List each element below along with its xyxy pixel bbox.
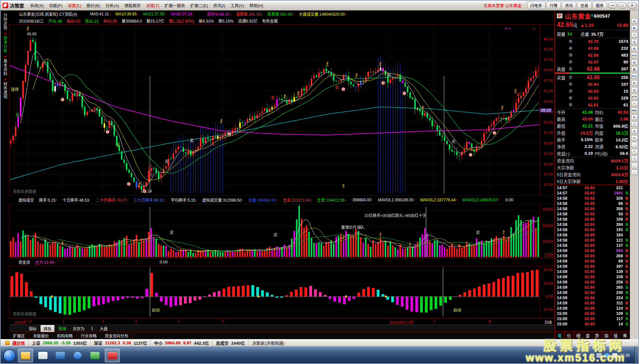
network-icon[interactable] [604, 353, 610, 358]
layout-tab[interactable]: 指标 [26, 325, 39, 332]
search-icon[interactable]: Q [631, 87, 638, 93]
taskbar-item-messenger[interactable] [87, 349, 102, 362]
start-button[interactable] [3, 349, 16, 362]
bottom-link[interactable]: 机构攻略 [53, 332, 77, 339]
ask-row[interactable]: 卖盘①42.66207 [555, 65, 630, 72]
sidebar-tab-4[interactable]: 财务透视 [3, 82, 7, 99]
bid-row[interactable]: ②42.64107 [555, 81, 630, 88]
blocks-icon[interactable]: ▒ [631, 121, 638, 127]
menu-item[interactable]: 深度(E) [65, 2, 84, 9]
bottom-link[interactable]: 扩展区 [9, 332, 29, 339]
menu-item[interactable]: 扩展二(E) [188, 2, 210, 9]
close-button[interactable]: ✕ [628, 2, 636, 9]
bottom-link[interactable]: 行业攻略 [77, 332, 101, 339]
kline-icon[interactable]: || [631, 39, 638, 45]
money-icon[interactable]: $ [631, 128, 638, 134]
ask-row[interactable]: ③42.68483 [555, 52, 630, 59]
layout-tab[interactable]: 另存为 [70, 325, 87, 332]
layout-tab[interactable]: 大盘 [97, 325, 110, 332]
taskbar-item-system-window[interactable] [53, 349, 68, 362]
menu-item[interactable]: 功能(F) [46, 2, 65, 9]
matrix-icon[interactable]: ▦ [631, 25, 638, 31]
indicator-value: 换手:5.15↑ [39, 197, 58, 203]
statusbar-app[interactable]: 通达信 [2, 339, 28, 346]
show-desktop-button[interactable] [634, 346, 638, 364]
quick-button[interactable]: 资讯 [562, 2, 576, 9]
bid-row[interactable]: 买盘①42.65255 [555, 74, 630, 81]
stats-box: 今开41.48均价42.53最高43.00量比1.06最低41.21市值606.… [555, 108, 630, 157]
level-number: ④ [569, 46, 576, 51]
bid-row[interactable]: ③42.6315 [555, 88, 630, 95]
report-icon[interactable]: ▤ [631, 18, 638, 24]
menu-item[interactable]: 工具(V) [228, 2, 247, 9]
quick-button[interactable]: 交易 [577, 2, 592, 9]
layout-tab[interactable]: 1 [88, 326, 96, 331]
quick-button[interactable]: 行情 [546, 2, 561, 9]
menu-item[interactable]: 决策(T) [143, 2, 162, 9]
f12-icon[interactable]: F12 [631, 73, 638, 79]
stat-value: 43.00 [574, 117, 593, 121]
sidebar-tab-3[interactable]: 基本资料 [3, 59, 7, 76]
layout-tab[interactable]: 模板 [41, 325, 54, 332]
memo-icon[interactable]: ✉ [631, 135, 638, 141]
refresh-icon[interactable]: ⟳ [631, 115, 638, 120]
quote-tab-势[interactable]: 势 [593, 332, 602, 339]
volume-chart[interactable]: 量增价升买入10日换手>30出红箭头,>80出红十字买买买买 [9, 204, 539, 258]
quote-tab-值[interactable]: 值 [611, 332, 621, 339]
formula-icon[interactable]: fx [631, 80, 638, 86]
taskbar-item-internet-explorer[interactable] [70, 349, 85, 362]
f10-icon[interactable]: F10 [631, 53, 638, 58]
tick-row: 14:5842.64191S [555, 227, 630, 232]
jump-icon[interactable]: → [631, 142, 638, 148]
quote-tab-指[interactable]: 指 [602, 332, 612, 339]
fundflow-tick: -10.00 [542, 308, 553, 312]
menu-item[interactable]: 帮助(H) [247, 2, 266, 9]
bid-row[interactable]: ⑤42.6161 [555, 101, 630, 108]
bid-row[interactable]: ④42.62229 [555, 95, 630, 101]
sidebar-tab-1[interactable]: 分时走势 [3, 13, 7, 30]
arrow-up-icon[interactable]: ↑ [631, 163, 638, 168]
ask-row[interactable]: ⑤42.701574 [555, 38, 630, 45]
arrow-down-icon[interactable]: ↓ [631, 170, 638, 175]
menu-item[interactable]: 分析(A) [103, 2, 122, 9]
etf-icon[interactable]: ETF [631, 94, 638, 100]
quick-button[interactable]: 服务 [593, 2, 607, 9]
menu-item[interactable]: 资讯(I) [210, 2, 228, 9]
minimize-button[interactable]: — [608, 2, 617, 9]
taskbar-item-tongdaxin-app[interactable] [105, 349, 120, 362]
bottom-link[interactable]: 资金流向分布 [101, 332, 133, 339]
volume-icon[interactable] [612, 353, 617, 358]
taskbar-item-explorer-folder[interactable] [18, 349, 33, 362]
taskbar-item-notepad[interactable] [35, 349, 50, 362]
menu-item[interactable]: 报价(B) [84, 2, 103, 9]
sidebar-tab-2[interactable]: 技术分析 [3, 36, 7, 53]
quote-list-icon[interactable]: ▥ [631, 46, 638, 51]
quote-tab-细[interactable]: 细 [574, 332, 583, 339]
trend-line-icon[interactable]: ↗ [631, 32, 638, 38]
self-stock-icon[interactable]: 自 [631, 66, 638, 72]
taskbar-clock[interactable]: 15:35 [620, 354, 630, 358]
menu-item[interactable]: 港股期货 [122, 2, 143, 9]
quick-button[interactable]: 闪电手 [527, 2, 545, 9]
tick-list[interactable]: 14:5742.6422114:5742.631941S14:5842.6532… [555, 185, 630, 331]
indicator-value: 虚拟成交 [18, 197, 34, 203]
quote-tab-盘[interactable]: 盘 [583, 332, 593, 339]
menu-item[interactable]: 扩展一服务 [162, 2, 188, 9]
quote-tab-笔[interactable]: 笔 [555, 332, 565, 339]
restore-button[interactable]: □ [618, 2, 627, 9]
quote-tab-价[interactable]: 价 [565, 332, 574, 339]
move-icon[interactable]: ✛ [631, 156, 638, 161]
layout-tab[interactable]: 管理 [56, 325, 69, 332]
rsi-icon[interactable]: RSI [631, 108, 638, 113]
quote-tab-筹[interactable]: 筹 [621, 332, 630, 339]
wave-icon[interactable]: ≈ [631, 101, 638, 106]
menu-item[interactable]: 系统(S) [27, 2, 46, 9]
ask-row[interactable]: ④42.69232 [555, 45, 630, 52]
fundflow-chart[interactable]: 用到未来数据 启动启动 [9, 266, 539, 318]
news-icon[interactable]: ▧ [631, 60, 638, 65]
ask-row[interactable]: ②42.6790 [555, 59, 630, 65]
bottom-link[interactable]: 关联报价 [29, 332, 53, 339]
edit-icon[interactable]: ✎ [631, 149, 638, 155]
main-candlestick-chart[interactable]: 用到未来数据 46.60涨停卖-31.14买买卖买买买买买买买$× ×□ [9, 24, 539, 196]
keyboard-icon[interactable] [596, 353, 602, 358]
